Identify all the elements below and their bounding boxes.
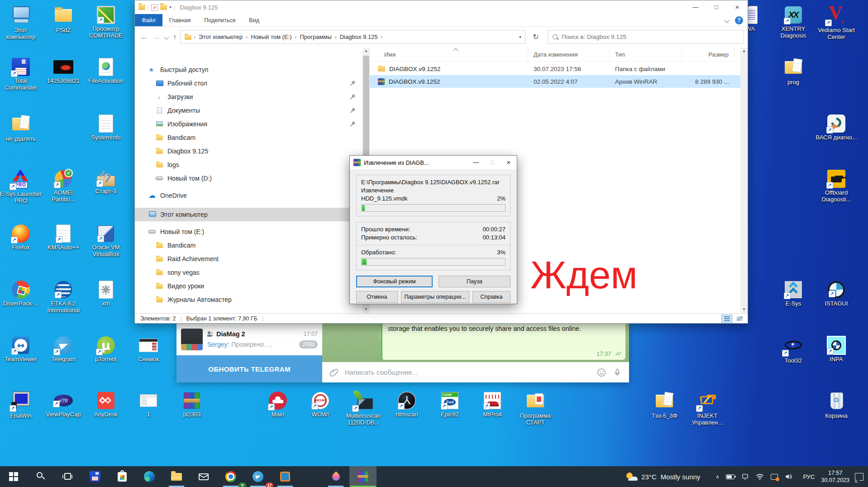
language-indicator[interactable]: РУС [803,473,815,480]
column-header-item-3[interactable]: Размер [682,48,734,61]
desktop-icon-e-sys-launcher-pro[interactable]: ↗E-Sys Launcher PRO [0,168,43,205]
up-button[interactable]: ↑ [173,33,176,41]
taskbar-taskview-button[interactable] [54,466,81,487]
desktop-icon-1[interactable]: 1 [127,390,170,418]
desktop-icon-e-sys[interactable]: ↗E-Sys [772,279,815,307]
wifi-icon[interactable] [756,473,764,480]
details-view-button[interactable] [721,315,732,323]
desktop-icon-main[interactable]: ↗Main [256,390,300,418]
winrar-titlebar[interactable]: Извлечение из DIAGB... — □ × [350,156,517,169]
telegram-chat-item[interactable]: DiaMag 2 17:07 Sergey: Проверено. ... 20… [176,324,322,355]
sidebar-item-item-16[interactable]: Журналы Автомастер [135,293,362,306]
desktop-icon-1425308821[interactable]: 1425308821 [42,57,85,84]
desktop-icon-istagui[interactable]: ↗ISTAGUI [815,279,858,307]
tab-item-2[interactable]: Поделиться [197,14,242,26]
desktop-icon-epic92[interactable]: ↗Epic92 [428,390,472,418]
message-input[interactable]: Написать сообщение... [345,368,590,376]
minimize-button[interactable]: — [685,0,706,14]
taskbar-edge-button[interactable] [136,466,163,487]
sidebar-item-item-2[interactable]: Загрузки [135,90,362,104]
cancel-button[interactable]: Отмена [356,291,398,303]
column-header-item-1[interactable]: Дата изменения [528,48,610,61]
minimize-button[interactable]: — [468,156,484,169]
taskbar-store-button[interactable] [109,466,136,487]
desktop-icon-vediamo-start-center[interactable]: ↗Vediamo Start Center [815,5,858,41]
message-input-bar[interactable]: Написать сообщение... [322,362,629,382]
desktop-icon-multiecuscan-1120d-db[interactable]: ↗Multiecuscan 1120D-DB... [342,390,385,426]
sidebar-item-item-0[interactable]: Быстрый доступ [135,63,362,76]
recent-locations-caret-icon[interactable] [164,34,169,39]
desktop-icon-xm[interactable]: xm [84,279,128,307]
taskbar-telegram-button[interactable]: 17 [244,466,272,487]
battery-icon[interactable] [726,474,734,479]
maximize-button[interactable]: □ [706,0,727,14]
help-button[interactable]: Справка [472,291,510,303]
desktop-icon-hfmscan[interactable]: ↗hfmscan [385,390,429,418]
desktop-icon-item-45[interactable]: Корзина [815,390,858,419]
desktop-icon-elsawin[interactable]: ↗ElsaWin [0,390,43,419]
sidebar-item-sony-vegas[interactable]: sony vegas [135,266,362,279]
desktop-icon-fileactivation[interactable]: FileActivation [84,57,128,84]
forward-button[interactable]: → [153,33,160,42]
desktop-icon-xentry-diagnosis[interactable]: ↗XENTRY Diagnosis [772,5,815,39]
sidebar-item-raid-achievement[interactable]: Raid Achievement [135,252,362,266]
refresh-button[interactable]: ↻ [529,30,542,44]
desktop-icon-item-0[interactable]: Этот компьютер [0,5,43,41]
breadcrumb-segment[interactable]: Diagbox 9.125 [337,33,381,40]
scroll-up-icon[interactable]: ▲ [362,48,370,55]
desktop-icon-systeminfo[interactable]: SystemInfo [84,113,128,141]
file-row-diagbox-v9-1252[interactable]: DIAGBOX.v9.125202.05.2022 4:07Архив WinR… [370,75,740,88]
search-box[interactable]: Поиск в: Diagbox 9.125 [548,30,744,44]
file-list-scrollbar[interactable]: ▲ ▼ [740,48,748,313]
sidebar-item-bandicam[interactable]: Bandicam [135,239,362,252]
desktop-icon-injekt[interactable]: ↗INJEKT Управлен... [686,390,729,426]
desktop-icon-oracle-vm-virtualbox[interactable]: ↗Oracle VM VirtualBox [84,223,128,258]
tab-item-3[interactable]: Вид [242,14,266,26]
sidebar-item-diagbox-9-125[interactable]: Diagbox 9.125 [135,144,362,158]
desktop-icon-item-32[interactable]: Программа СТАРТ [514,390,557,426]
help-button[interactable]: ? [735,16,743,24]
desktop-icon-driverpack[interactable]: DriverPack-... [0,279,43,307]
desktop-icon-aomei-partitio[interactable]: ↗AOMEI Partitio... [42,168,85,203]
sidebar-item-bandicam[interactable]: Bandicam [135,131,362,144]
clock[interactable]: 17:57 30.07.2023 [821,469,849,484]
customize-toolbar-caret-icon[interactable]: ▾ [169,5,172,10]
desktop-icon-teamviewer[interactable]: ↗TeamViewer [0,335,43,363]
desktop-icon-etka-8-2-international[interactable]: ↗ETKA 8.2 International [42,279,85,314]
sidebar-item-d[interactable]: Новый том (D:) [135,172,362,185]
taskbar-totalcmd-button[interactable] [81,466,109,487]
new-folder-icon[interactable] [160,5,167,10]
desktop-icon-firefox[interactable]: ↗Firefox [0,223,43,251]
desktop-icon-pl2303[interactable]: pl2303 [170,390,214,418]
collapse-ribbon-icon[interactable] [724,18,729,23]
column-header-item-2[interactable]: Тип [610,48,682,61]
close-button[interactable]: × [501,156,517,169]
desktop-icon-viewplaycap[interactable]: ↗ViewPlayCap [42,390,85,418]
taskbar-paint3d-button[interactable] [322,466,349,487]
sidebar-item-e[interactable]: Новый том (E:) [135,225,362,239]
desktop-icon-5-3[interactable]: Тээ-5_3Ф [643,390,686,419]
file-row-diagbox-v9-1252[interactable]: DIAGBOX.v9.125230.07.2023 17:56Папка с ф… [370,62,740,75]
desktop-icon-item-37[interactable]: ↗ВАСЯ диагно... [815,113,858,141]
address-dropdown-caret-icon[interactable]: ▾ [519,34,521,39]
operation-options-button[interactable]: Параметры операции... [401,291,469,303]
taskbar-vmware-button[interactable] [272,466,299,487]
desktop-icon-psdz[interactable]: PSdZ [42,5,85,33]
sync-notification-icon[interactable] [771,474,778,480]
breadcrumb-segment[interactable]: Новый том (E:) [248,33,295,40]
scroll-down-icon[interactable]: ▼ [740,306,748,313]
desktop-icon-torrent[interactable]: ↗µTorrent [84,335,128,363]
tab-item-1[interactable]: Главная [162,14,198,26]
cast-device-icon[interactable] [741,473,749,481]
desktop-icon-comtrade[interactable]: ↗Просмотр COMTRADE [84,5,128,39]
explorer-titlebar[interactable]: | ✓ ▾ | Diagbox 9.125 — □ × [135,0,748,14]
desktop-icon-wow[interactable]: ↗WOW! [299,390,342,418]
address-bar[interactable]: › Этот компьютер›Новый том (E:)›Программ… [180,30,525,44]
breadcrumb-segment[interactable]: Этот компьютер [196,33,246,40]
action-center-icon[interactable] [855,473,863,481]
desktop-icon-inpa[interactable]: ↗INPA [815,335,858,363]
properties-check-icon[interactable]: ✓ [151,4,158,11]
attach-icon[interactable] [329,368,339,377]
desktop-icon-mtpro4[interactable]: ↗MtPro4 [471,390,514,418]
desktop-icon-3[interactable]: ↗Старт-3 [84,168,128,195]
